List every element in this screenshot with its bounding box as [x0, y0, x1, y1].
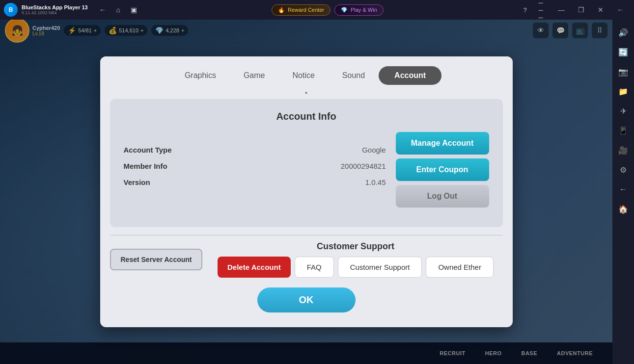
sidebar-camera-icon[interactable]: 🎥 [614, 141, 632, 159]
bluestacks-logo: B [4, 3, 18, 17]
back-nav-button[interactable]: ← [96, 3, 110, 17]
sidebar-screenshot-icon[interactable]: 📷 [614, 63, 632, 80]
ok-button[interactable]: OK [257, 287, 356, 312]
divider [110, 235, 503, 235]
version-value: 1.0.45 [202, 178, 396, 186]
account-buttons-col: Manage Account Enter Coupon Log Out [396, 132, 489, 208]
play-win-label: Play & Win [351, 7, 377, 13]
right-sidebar: 🔊 🔄 📷 📁 ✈ 📱 🎥 ⚙ ← 🏠 [612, 20, 634, 364]
sidebar-back-icon[interactable]: ← [614, 181, 632, 198]
app-info: BlueStacks App Player 13 5.11.42.1002 N6… [22, 4, 88, 15]
version-label: Version [124, 178, 202, 186]
reward-fire-icon: 🔥 [278, 7, 285, 13]
delete-account-button[interactable]: Delete Account [218, 257, 291, 278]
tab-graphics[interactable]: Graphics [171, 66, 230, 85]
recent-nav-button[interactable]: ▣ [127, 3, 141, 17]
customer-support-section: Customer Support Delete Account FAQ Cust… [208, 241, 502, 278]
faq-button[interactable]: FAQ [295, 257, 334, 278]
app-name: BlueStacks App Player 13 [22, 4, 88, 10]
enter-coupon-button[interactable]: Enter Coupon [396, 158, 489, 181]
play-win-gem-icon: 💎 [341, 7, 348, 13]
center-buttons: 🔥 Reward Center 💎 Play & Win [272, 4, 384, 16]
nav-buttons: ← ⌂ ▣ [96, 3, 141, 17]
owned-ether-button[interactable]: Owned Ether [426, 257, 494, 278]
modal-tabs: Graphics Game Notice Sound Account [100, 56, 513, 90]
settings-modal: Graphics Game Notice Sound Account ● Acc… [100, 56, 513, 327]
manage-account-button[interactable]: Manage Account [396, 132, 489, 155]
play-win-button[interactable]: 💎 Play & Win [334, 4, 384, 16]
bottom-actions-row: Reset Server Account Customer Support De… [100, 241, 513, 283]
help-button[interactable]: ? [518, 3, 532, 17]
app-version: 5.11.42.1002 N64 [22, 10, 88, 15]
sidebar-settings-icon[interactable]: ⚙ [614, 161, 632, 179]
back-window-button[interactable]: ← [610, 0, 630, 20]
customer-support-button[interactable]: Customer Support [338, 257, 422, 278]
right-buttons: ? ─── [518, 3, 548, 17]
tab-game[interactable]: Game [230, 66, 279, 85]
support-buttons: Delete Account FAQ Customer Support Owne… [208, 257, 502, 278]
ok-row: OK [100, 283, 513, 312]
tab-sound[interactable]: Sound [329, 66, 379, 85]
sidebar-airplane-icon[interactable]: ✈ [614, 102, 632, 120]
sidebar-rotate-icon[interactable]: 🔄 [614, 43, 632, 61]
log-out-button[interactable]: Log Out [396, 185, 489, 208]
member-info-value: 20000294821 [202, 162, 396, 170]
home-nav-button[interactable]: ⌂ [111, 3, 125, 17]
tab-notice[interactable]: Notice [278, 66, 328, 85]
sidebar-volume-icon[interactable]: 🔊 [614, 24, 632, 41]
window-controls: — ❐ ✕ ← [551, 0, 630, 20]
account-info-title: Account Info [124, 111, 489, 122]
account-type-row: Account Type Google Member Info 20000294… [124, 132, 489, 208]
sidebar-home-icon[interactable]: 🏠 [614, 200, 632, 218]
modal-overlay: Graphics Game Notice Sound Account ● Acc… [0, 20, 612, 364]
menu-button[interactable]: ─── [534, 3, 548, 17]
sidebar-phone-icon[interactable]: 📱 [614, 122, 632, 139]
tab-account[interactable]: Account [379, 66, 441, 85]
account-type-value: Google [202, 146, 396, 154]
reward-center-button[interactable]: 🔥 Reward Center [272, 4, 331, 16]
close-button[interactable]: ✕ [591, 0, 610, 20]
tab-indicator-dot: ● [100, 90, 513, 95]
minimize-button[interactable]: — [551, 0, 571, 20]
reward-center-label: Reward Center [288, 7, 324, 13]
bluestacks-topbar: B BlueStacks App Player 13 5.11.42.1002 … [0, 0, 634, 20]
maximize-button[interactable]: ❐ [571, 0, 591, 20]
member-info-label: Member Info [124, 162, 202, 170]
account-type-label: Account Type [124, 146, 202, 154]
account-info-box: Account Info Account Type Google Member … [110, 99, 503, 227]
customer-support-title: Customer Support [208, 241, 502, 252]
reset-server-account-button[interactable]: Reset Server Account [110, 249, 203, 270]
sidebar-folder-icon[interactable]: 📁 [614, 82, 632, 100]
